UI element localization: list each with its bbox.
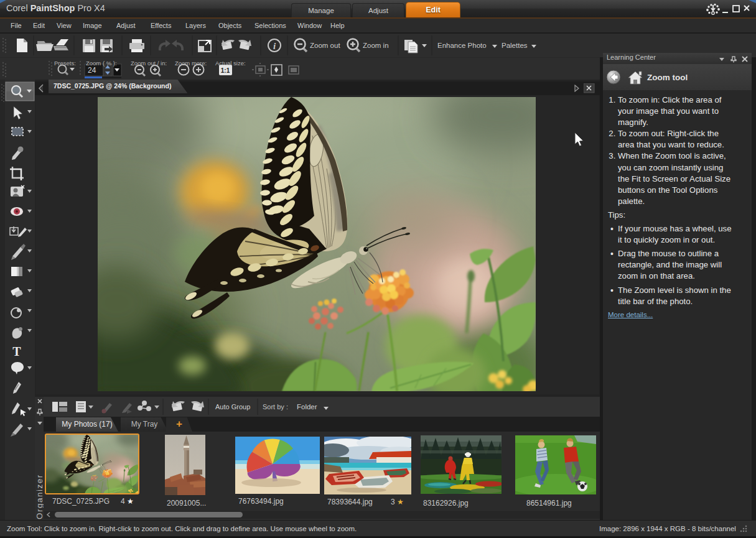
- svg-text:1:1: 1:1: [221, 67, 230, 74]
- svg-text:24: 24: [88, 66, 96, 75]
- svg-text:Zoom tool: Zoom tool: [647, 73, 688, 82]
- svg-text:T: T: [12, 345, 21, 358]
- svg-text:Organizer: Organizer: [35, 474, 44, 519]
- svg-text:i: i: [273, 41, 276, 51]
